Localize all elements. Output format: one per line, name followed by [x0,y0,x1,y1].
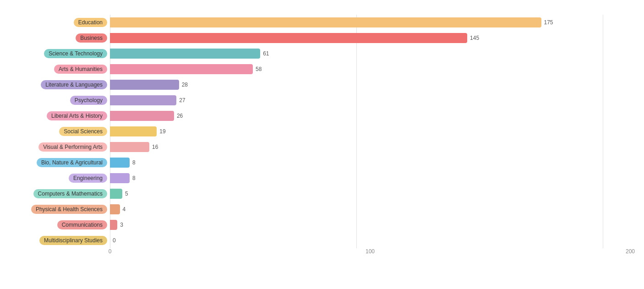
bar: 27 [110,95,176,105]
bar: 16 [110,142,149,152]
chart-container: Education175Business145Science & Technol… [14,15,630,259]
bar-area: 175 [110,15,630,30]
bar: 58 [110,64,253,74]
bar: 175 [110,17,541,27]
bar-label: Psychology [14,93,110,108]
bar-value: 19 [159,128,165,135]
bar-area: 3 [110,217,630,233]
label-pill: Communications [57,220,107,229]
x-axis-tick: 100 [366,248,375,255]
label-pill: Physical & Health Sciences [31,205,107,214]
x-axis-tick: 0 [109,248,112,255]
bar: 28 [110,80,179,90]
bar-label: Arts & Humanities [14,61,110,77]
label-pill: Visual & Performing Arts [38,142,107,152]
bar-row: Computers & Mathematics5 [14,186,630,202]
bar-value: 8 [132,175,136,181]
bar-value: 27 [179,97,185,104]
bar-area: 8 [110,170,630,186]
label-pill: Education [74,18,107,27]
bar-label: Communications [14,217,110,233]
bar-row: Social Sciences19 [14,124,630,139]
bar-label: Multidisciplinary Studies [14,233,110,248]
bar-area: 0 [110,233,630,248]
bar: 8 [110,158,130,168]
bar-label: Liberal Arts & History [14,108,110,124]
label-pill: Business [76,33,107,43]
bar-area: 145 [110,30,630,46]
bar-row: Liberal Arts & History26 [14,108,630,124]
bar-label: Literature & Languages [14,77,110,93]
bar-area: 26 [110,108,630,124]
bar: 19 [110,126,157,136]
bar: 61 [110,49,260,59]
bar-label: Physical & Health Sciences [14,202,110,217]
bar-area: 5 [110,186,630,202]
bar-label: Education [14,15,110,30]
label-pill: Arts & Humanities [54,65,107,74]
bar-label: Computers & Mathematics [14,186,110,202]
bar-value: 58 [256,66,262,72]
bar-area: 8 [110,155,630,170]
bar-area: 58 [110,61,630,77]
bar-value: 26 [177,113,183,119]
x-axis-tick: 200 [626,248,635,255]
bar-row: Business145 [14,30,630,46]
label-pill: Liberal Arts & History [47,111,107,120]
bar-label: Visual & Performing Arts [14,139,110,155]
label-pill: Engineering [69,174,107,183]
bar-row: Communications3 [14,217,630,233]
label-pill: Multidisciplinary Studies [39,236,107,245]
label-pill: Bio, Nature & Agricultural [37,158,107,167]
bar-label: Business [14,30,110,46]
bar-value: 145 [470,35,479,41]
bar-row: Engineering8 [14,170,630,186]
label-pill: Social Sciences [59,127,107,136]
bar-value: 5 [125,191,128,197]
bar-row: Literature & Languages28 [14,77,630,93]
bar-row: Bio, Nature & Agricultural8 [14,155,630,170]
bar-value: 4 [123,206,126,213]
bar-area: 16 [110,139,630,155]
label-pill: Computers & Mathematics [33,189,107,198]
bar-value: 175 [544,19,553,26]
bar: 26 [110,111,174,121]
bar: 8 [110,173,130,183]
bar-area: 61 [110,46,630,61]
bar-value: 0 [113,237,116,244]
bar: 3 [110,220,117,230]
bar-row: Education175 [14,15,630,30]
bar-value: 3 [120,222,123,228]
bar-area: 19 [110,124,630,139]
bar: 5 [110,189,122,199]
label-pill: Psychology [70,96,107,105]
label-pill: Science & Technology [44,49,107,58]
bar-value: 8 [132,159,136,166]
bar-row: Arts & Humanities58 [14,61,630,77]
bar-area: 28 [110,77,630,93]
bar-row: Psychology27 [14,93,630,108]
bar-value: 16 [152,144,158,150]
bar: 145 [110,33,467,43]
bar-row: Science & Technology61 [14,46,630,61]
bar-row: Visual & Performing Arts16 [14,139,630,155]
bar-row: Multidisciplinary Studies0 [14,233,630,248]
label-pill: Literature & Languages [41,80,107,89]
bar-value: 61 [263,50,269,57]
bar-area: 27 [110,93,630,108]
bar-row: Physical & Health Sciences4 [14,202,630,217]
bar: 4 [110,204,120,214]
bar-value: 28 [182,82,188,88]
bar-label: Engineering [14,170,110,186]
bar-area: 4 [110,202,630,217]
bar-label: Science & Technology [14,46,110,61]
bar-label: Social Sciences [14,124,110,139]
bar-label: Bio, Nature & Agricultural [14,155,110,170]
